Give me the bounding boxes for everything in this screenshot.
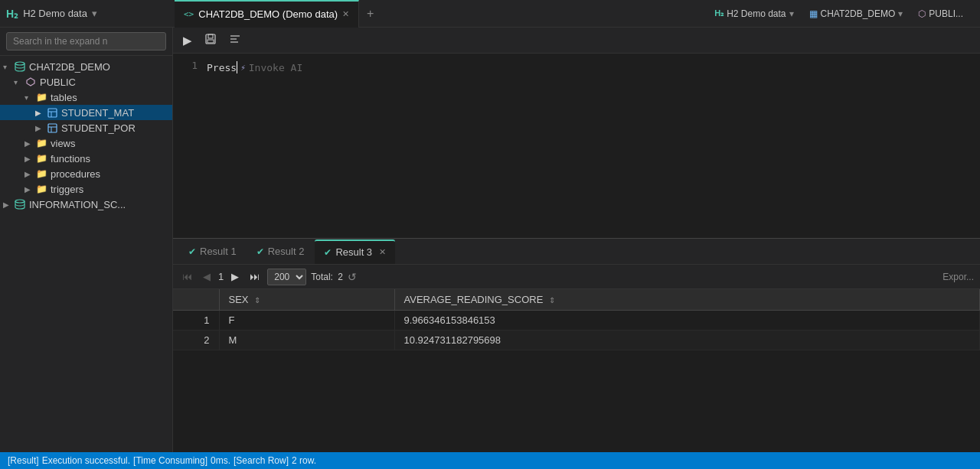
cell-avg-reading: 10.924731182795698 <box>394 331 979 350</box>
col-header-sex[interactable]: SEX ⇕ <box>219 289 394 311</box>
status-result-label: [Result] <box>8 455 39 466</box>
prev-page-button[interactable]: ◀ <box>200 269 214 284</box>
data-table-container: SEX ⇕ AVERAGE_READING_SCORE ⇕ 1 <box>173 289 980 452</box>
results-tabs: ✔ Result 1 ✔ Result 2 ✔ Result 3 ✕ <box>173 239 980 265</box>
tab-add-button[interactable]: + <box>361 7 380 21</box>
invoke-ai-hint: ⚡ Invoke AI <box>240 62 302 73</box>
format-button[interactable] <box>225 31 245 50</box>
data-table: SEX ⇕ AVERAGE_READING_SCORE ⇕ 1 <box>173 289 980 350</box>
refresh-button[interactable]: ↺ <box>348 271 357 283</box>
invoke-ai-label: Invoke AI <box>249 62 302 73</box>
save-button[interactable] <box>201 31 220 50</box>
sidebar-item-label: tables <box>51 92 77 103</box>
schema-label: PUBLI... <box>929 8 963 19</box>
table-row: 2 M 10.924731182795698 <box>173 331 980 350</box>
editor-text-press: Press <box>207 62 237 73</box>
sidebar-item-label: INFORMATION_SC... <box>29 199 126 210</box>
sidebar-item-student-por[interactable]: ▶ STUDENT_POR <box>0 120 172 135</box>
status-row-count: 2 row. <box>292 455 316 466</box>
chevron-right-icon: ▶ <box>24 170 35 178</box>
result-tab-label: Result 1 <box>200 246 237 257</box>
editor-toolbar: ▶ <box>173 28 980 54</box>
col-header-rownum <box>173 289 219 311</box>
cell-avg-reading: 9.966346153846153 <box>394 311 979 331</box>
sidebar-item-label: STUDENT_MAT <box>61 107 134 119</box>
sidebar-item-views[interactable]: ▶ 📁 views <box>0 135 172 151</box>
svg-rect-2 <box>48 109 57 117</box>
table-body: 1 F 9.966346153846153 2 M 10.92473118279… <box>173 311 980 350</box>
chevron-down-icon: ▾ <box>3 63 14 71</box>
status-search-row-label: [Search Row] <box>234 455 289 466</box>
editor-area: ▶ 1 Press ⚡ Invoke AI <box>173 28 980 452</box>
sidebar-item-label: PUBLIC <box>40 77 76 88</box>
table-row: 1 F 9.966346153846153 <box>173 311 980 331</box>
result-tab-1[interactable]: ✔ Result 1 <box>179 239 246 264</box>
sidebar-item-procedures[interactable]: ▶ 📁 procedures <box>0 166 172 181</box>
result-tab-3[interactable]: ✔ Result 3 ✕ <box>315 239 395 264</box>
chat2db-selector[interactable]: ▦ CHAT2DB_DEMO ▾ <box>805 7 908 21</box>
sidebar-search-area <box>0 28 172 56</box>
svg-marker-1 <box>27 78 34 86</box>
chevron-down-icon: ▾ <box>14 78 24 86</box>
first-page-button[interactable]: ⏮ <box>179 269 195 284</box>
result-tab-label: Result 3 <box>335 246 372 258</box>
tab-close-icon[interactable]: ✕ <box>342 9 349 19</box>
sidebar-item-chat2db-root[interactable]: ▾ CHAT2DB_DEMO <box>0 59 172 74</box>
search-input[interactable] <box>6 32 166 50</box>
line-number: 1 <box>173 60 198 71</box>
schema-icon <box>24 76 37 88</box>
sidebar-item-label: functions <box>51 153 90 164</box>
col-header-avg-reading[interactable]: AVERAGE_READING_SCORE ⇕ <box>394 289 979 311</box>
result-check-icon: ✔ <box>188 246 196 257</box>
export-button[interactable]: Expor... <box>942 272 974 282</box>
page-size-select[interactable]: 200 100 500 <box>267 269 306 285</box>
sidebar-item-label: views <box>51 138 76 149</box>
app-icon: H₂ <box>6 8 18 20</box>
result-tab-label: Result 2 <box>268 246 305 257</box>
folder-icon: 📁 <box>35 168 47 180</box>
result-tab-close-icon[interactable]: ✕ <box>379 247 386 257</box>
svg-rect-10 <box>208 34 213 38</box>
chat2db-icon: ▦ <box>809 8 818 19</box>
chat2db-label: CHAT2DB_DEMO <box>821 8 896 19</box>
result-tab-2[interactable]: ✔ Result 2 <box>247 239 314 264</box>
sidebar: ▾ CHAT2DB_DEMO ▾ PUBLIC ▾ 📁 tables <box>0 28 173 452</box>
total-label: Total: 2 <box>311 272 343 282</box>
sidebar-item-public[interactable]: ▾ PUBLIC <box>0 74 172 90</box>
editor-text[interactable]: Press ⚡ Invoke AI <box>204 54 980 238</box>
sidebar-item-tables[interactable]: ▾ 📁 tables <box>0 90 172 105</box>
title-bar: H₂ H2 Demo data ▾ <> CHAT2DB_DEMO (Demo … <box>0 0 980 28</box>
status-time-value: 0ms. <box>211 455 230 466</box>
sidebar-item-information-schema[interactable]: ▶ INFORMATION_SC... <box>0 197 172 212</box>
top-right-bar: H₂ H2 Demo data ▾ ▦ CHAT2DB_DEMO ▾ ⬡ PUB… <box>710 7 974 21</box>
chat2db-chevron: ▾ <box>898 8 903 19</box>
sidebar-item-triggers[interactable]: ▶ 📁 triggers <box>0 181 172 197</box>
sidebar-item-functions[interactable]: ▶ 📁 functions <box>0 151 172 166</box>
sidebar-item-student-mat[interactable]: ▶ STUDENT_MAT <box>0 105 172 120</box>
sidebar-item-label: procedures <box>51 168 100 180</box>
current-page: 1 <box>218 271 224 282</box>
ai-icon: ⚡ <box>240 63 246 73</box>
run-button[interactable]: ▶ <box>179 31 196 50</box>
h2-icon: H₂ <box>714 8 724 18</box>
tab-label: CHAT2DB_DEMO (Demo data) <box>198 8 338 20</box>
schema-selector[interactable]: ⬡ PUBLI... <box>913 7 968 21</box>
main-content: ▾ CHAT2DB_DEMO ▾ PUBLIC ▾ 📁 tables <box>0 28 980 452</box>
text-cursor <box>237 61 237 73</box>
svg-point-8 <box>15 200 24 203</box>
tab-chat2db[interactable]: <> CHAT2DB_DEMO (Demo data) ✕ <box>175 0 359 28</box>
h2-demo-selector[interactable]: H₂ H2 Demo data ▾ <box>710 7 798 21</box>
chevron-right-icon: ▶ <box>24 155 35 163</box>
last-page-button[interactable]: ⏭ <box>247 269 263 284</box>
tab-bar: <> CHAT2DB_DEMO (Demo data) ✕ + <box>175 0 710 28</box>
results-toolbar: ⏮ ◀ 1 ▶ ⏭ 200 100 500 Total: 2 ↺ Expor..… <box>173 265 980 289</box>
tree: ▾ CHAT2DB_DEMO ▾ PUBLIC ▾ 📁 tables <box>0 56 172 452</box>
next-page-button[interactable]: ▶ <box>228 269 242 284</box>
editor-content[interactable]: 1 Press ⚡ Invoke AI <box>173 54 980 238</box>
app-chevron[interactable]: ▾ <box>92 8 97 19</box>
svg-point-0 <box>15 62 24 65</box>
chevron-right-icon: ▶ <box>35 109 46 117</box>
schema-icon: ⬡ <box>918 8 926 19</box>
cell-sex: M <box>219 331 394 350</box>
chevron-right-icon: ▶ <box>24 139 35 148</box>
